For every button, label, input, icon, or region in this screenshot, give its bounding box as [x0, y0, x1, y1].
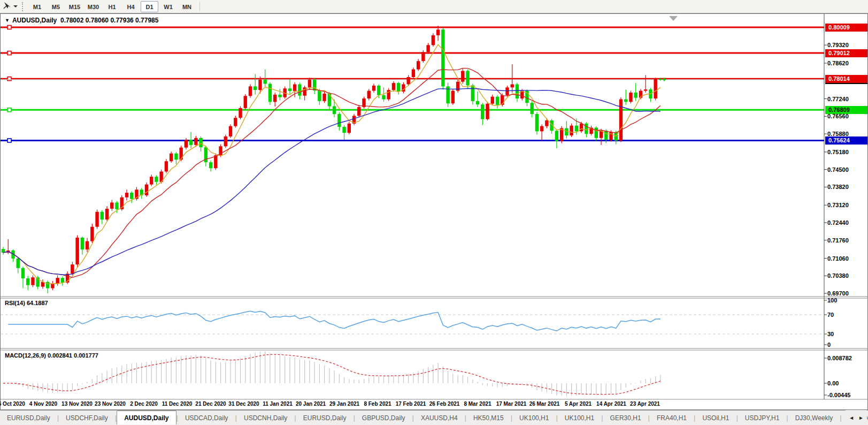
tab-label: USDCNH,Daily — [237, 414, 294, 422]
symbol-tab-bar: EURUSD,Daily|USDCHF,Daily|AUDUSD,Daily|U… — [0, 410, 868, 425]
symbol-tab-uk100-h1[interactable]: UK100,H1 — [512, 411, 556, 425]
tab-label: USDCAD,Daily — [178, 414, 235, 422]
symbol-tab-dj30-weekly[interactable]: DJ30,Weekly — [788, 411, 840, 425]
timeframe-button-m30[interactable]: M30 — [85, 1, 102, 12]
top-toolbar: M1M5M15M30H1H4D1W1MN — [0, 0, 868, 13]
tab-label: GBPUSD,Daily — [355, 414, 412, 422]
tab-label: EURUSD,Daily — [296, 414, 354, 422]
tab-label: UK100,H1 — [512, 414, 556, 422]
collapse-triangle-icon: ▼ — [5, 18, 10, 23]
timeframe-button-mn[interactable]: MN — [178, 1, 196, 12]
timeframe-button-m5[interactable]: M5 — [47, 1, 65, 12]
timeframe-button-h1[interactable]: H1 — [103, 1, 121, 12]
toolbar-separator — [199, 2, 200, 11]
ohlc-values: 0.78002 0.78060 0.77936 0.77985 — [60, 17, 159, 24]
timeframe-button-group: M1M5M15M30H1H4D1W1MN — [28, 1, 196, 12]
chart-tools-button[interactable] — [0, 2, 21, 12]
tab-label: USOil,H1 — [695, 414, 736, 422]
tab-scroll-right-icon[interactable]: ► — [858, 415, 864, 421]
price-chart[interactable] — [1, 14, 868, 411]
tab-label: HK50,M15 — [466, 414, 511, 422]
symbol-tab-usoil-h1[interactable]: USOil,H1 — [695, 411, 736, 425]
symbol-tab-eurusd-daily[interactable]: EURUSD,Daily — [296, 411, 354, 425]
timeframe-button-w1[interactable]: W1 — [159, 1, 177, 12]
timeframe-button-d1[interactable]: D1 — [141, 1, 158, 12]
tab-label: GER30,H1 — [603, 414, 648, 422]
toolbar-grip[interactable] — [22, 2, 25, 11]
symbol-tab-ger30-h1[interactable]: GER30,H1 — [603, 411, 648, 425]
timeframe-button-m1[interactable]: M1 — [28, 1, 46, 12]
tab-label: AUDUSD,Daily — [117, 411, 176, 424]
tab-scroll-left-icon[interactable]: ◄ — [849, 415, 854, 421]
symbol-tab-gbpusd-daily[interactable]: GBPUSD,Daily — [355, 411, 412, 425]
symbol-tab-usdcad-daily[interactable]: USDCAD,Daily — [178, 411, 235, 425]
chart-title[interactable]: ▼AUDUSD,Daily 0.78002 0.78060 0.77936 0.… — [5, 17, 158, 24]
chevron-down-icon — [13, 5, 18, 7]
symbol-tab-hk50-m15[interactable]: HK50,M15 — [466, 411, 511, 425]
tab-label: UK100,H1 — [558, 414, 601, 422]
symbol-period-label: AUDUSD,Daily — [12, 17, 57, 24]
symbol-tab-fra40-h1[interactable]: FRA40,H1 — [650, 411, 694, 425]
symbol-tab-usdchf-daily[interactable]: USDCHF,Daily — [59, 411, 115, 425]
tab-label: XAUUSD,H4 — [414, 414, 465, 422]
tab-label: DJ30,Weekly — [788, 414, 840, 422]
symbol-tab-uk100-h1[interactable]: UK100,H1 — [558, 411, 601, 425]
symbol-tab-usdjpy-h1[interactable]: USDJPY,H1 — [738, 411, 786, 425]
macd-label: MACD(12,26,9) 0.002841 0.001777 — [5, 352, 98, 359]
symbol-tab-xauusd-h4[interactable]: XAUUSD,H4 — [414, 411, 465, 425]
tab-label: USDJPY,H1 — [738, 414, 786, 422]
tab-label: USDCHF,Daily — [59, 414, 115, 422]
chart-window: 0.793200.786200.772400.765600.758800.751… — [0, 13, 868, 410]
tab-scrollers: ◄ ► — [846, 410, 867, 425]
timeframe-button-h4[interactable]: H4 — [122, 1, 140, 12]
rsi-label: RSI(14) 64.1887 — [5, 300, 48, 306]
symbol-tab-usdcnh-daily[interactable]: USDCNH,Daily — [237, 411, 294, 425]
symbol-tab-eurusd-daily[interactable]: EURUSD,Daily — [0, 411, 57, 425]
cursor-tool-icon — [3, 2, 11, 12]
tab-label: EURUSD,Daily — [0, 414, 57, 422]
symbol-tab-audusd-daily[interactable]: AUDUSD,Daily — [117, 411, 176, 425]
timeframe-button-m15[interactable]: M15 — [66, 1, 83, 12]
tab-label: FRA40,H1 — [650, 414, 694, 422]
